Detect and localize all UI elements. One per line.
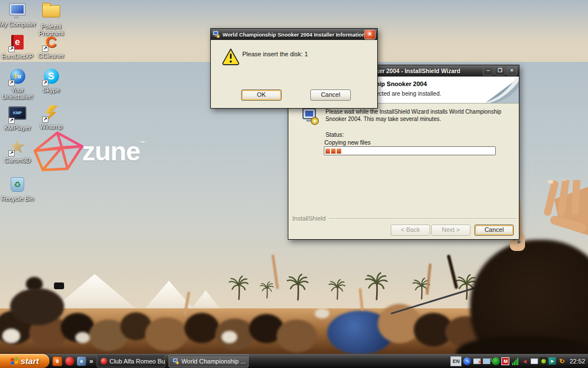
shortcut-arrow-icon: ↗ xyxy=(42,116,48,123)
icon-label: Winamp xyxy=(31,123,71,130)
icon-label: Carom3D xyxy=(0,157,37,164)
shortcut-arrow-icon: ↗ xyxy=(42,46,48,52)
pc-offline-icon[interactable]: × xyxy=(473,357,481,365)
progress-segment xyxy=(337,149,341,154)
kmplayer-icon: KMP↗ xyxy=(8,106,27,123)
nvidia-icon[interactable] xyxy=(540,357,547,365)
installer-icon xyxy=(173,358,179,365)
display-icon[interactable] xyxy=(530,357,538,365)
icon-label: Skype xyxy=(31,87,71,93)
skype-icon: S↗ xyxy=(42,69,61,86)
folder-icon xyxy=(42,5,61,22)
signal-bars-icon[interactable] xyxy=(511,357,519,365)
shortcut-arrow-icon: ↗ xyxy=(8,118,15,124)
installshield-brand: InstallShield xyxy=(292,215,325,222)
quick-launch-icon-1[interactable]: 9 xyxy=(52,356,62,366)
minimize-button[interactable]: – xyxy=(483,66,494,75)
dialog-cancel-button[interactable]: Cancel xyxy=(310,89,351,101)
status-green-icon[interactable] xyxy=(492,357,500,365)
wizard-cancel-button[interactable]: Cancel xyxy=(474,225,514,236)
installer-icon xyxy=(302,107,320,126)
start-button[interactable]: start xyxy=(0,354,49,368)
shortcut-arrow-icon: ↗ xyxy=(42,80,48,86)
shortcut-arrow-icon: ↗ xyxy=(8,46,15,52)
wizard-body: Please wait while the InstallShield Wiza… xyxy=(288,104,519,216)
next-button[interactable]: Next > xyxy=(431,225,471,236)
installer-icon xyxy=(212,30,220,38)
windows-flag-icon xyxy=(10,357,18,365)
pc-network-icon[interactable]: ) xyxy=(482,357,490,365)
status-label: Status: xyxy=(325,131,344,138)
desktop-icon-winamp[interactable]: ↗ Winamp xyxy=(31,105,71,130)
desktop-icon-skype[interactable]: S↗ Skype xyxy=(31,68,71,93)
back-button[interactable]: < Back xyxy=(391,225,430,236)
my-computer-icon xyxy=(8,3,27,20)
start-label: start xyxy=(21,356,39,366)
language-indicator[interactable]: EN xyxy=(450,356,462,366)
icon-label: Recycle Bin xyxy=(0,195,37,202)
taskbar-clock: 22:52 xyxy=(569,358,585,365)
lightning-icon[interactable]: ϟ xyxy=(463,357,471,365)
installer-information-dialog: World Championship Snooker 2004 Installe… xyxy=(210,28,378,109)
dialog-message: Please insert the disk: 1 xyxy=(242,51,308,57)
alfa-romeo-icon xyxy=(101,358,107,365)
eurodict-icon: e↗ xyxy=(8,35,27,52)
desktop: zune™ xyxy=(0,0,588,368)
taskbar: start 9 e » Club Alfa Romeo Bulg... Worl… xyxy=(0,354,588,368)
ccleaner-icon: C↗ xyxy=(42,34,61,51)
winamp-icon: ↗ xyxy=(42,105,61,122)
shortcut-arrow-icon: ↗ xyxy=(8,150,15,156)
zune-wordmark: zune™ xyxy=(82,136,145,167)
ok-button[interactable]: OK xyxy=(241,89,282,101)
close-button[interactable]: × xyxy=(506,66,517,75)
arrow-teal-icon[interactable]: ▶ xyxy=(549,357,556,365)
desktop-icon-polezni-programi[interactable]: Polezni Programi xyxy=(31,2,71,37)
recycle-bin-icon: ♻ xyxy=(8,177,27,194)
desktop-icon-carom3d[interactable]: ↗ Carom3D xyxy=(0,139,37,164)
icon-label: CCleaner xyxy=(31,52,71,59)
desktop-icon-recycle-bin[interactable]: ♻ Recycle Bin xyxy=(0,176,37,202)
maximize-button[interactable]: ❐ xyxy=(495,66,505,75)
dialog-titlebar[interactable]: World Championship Snooker 2004 Installe… xyxy=(211,29,377,40)
quick-launch-icon-2[interactable] xyxy=(65,357,74,366)
progress-segment xyxy=(331,149,336,154)
carom3d-icon: ↗ xyxy=(8,139,27,156)
page-curl-graphic xyxy=(463,77,519,103)
divider xyxy=(329,218,516,219)
volume-muted-icon[interactable]: ◄ xyxy=(521,357,528,365)
sync-icon[interactable]: ↻ xyxy=(558,357,566,365)
your-uninstaller-icon: Yu↗ xyxy=(8,69,27,86)
taskbar-task-world-championship[interactable]: World Championship ... xyxy=(169,354,248,367)
progress-segment xyxy=(325,149,330,154)
close-icon[interactable]: × xyxy=(364,30,376,39)
progress-bar xyxy=(324,146,496,155)
shortcut-arrow-icon: ↗ xyxy=(8,80,15,86)
warning-icon xyxy=(221,47,240,66)
quick-launch-icon-3[interactable]: e xyxy=(77,357,86,366)
dialog-title: World Championship Snooker 2004 Installe… xyxy=(223,32,364,38)
desktop-icon-ccleaner[interactable]: C↗ CCleaner xyxy=(31,34,71,59)
m-badge-icon[interactable]: M xyxy=(501,357,509,365)
quick-launch-overflow-chevron[interactable]: » xyxy=(89,357,93,365)
taskbar-task-club-alfa-romeo[interactable]: Club Alfa Romeo Bulg... xyxy=(97,354,165,367)
wizard-instruction: Please wait while the InstallShield Wiza… xyxy=(325,108,518,123)
status-value: Copying new files xyxy=(324,139,370,146)
system-tray: EN ϟ × ) M ◄ ▶ ↻ 22:52 xyxy=(450,356,588,366)
